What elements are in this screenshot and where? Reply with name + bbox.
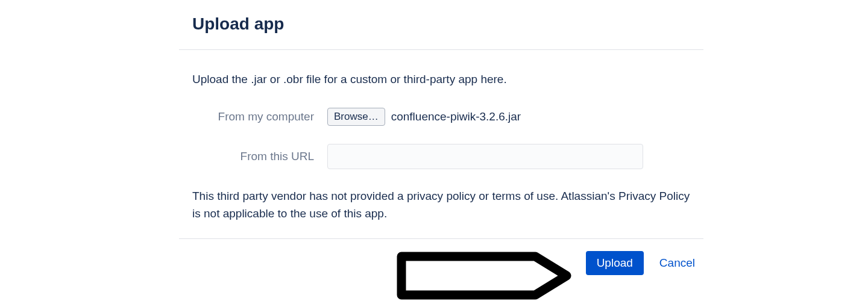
- dialog-title: Upload app: [179, 14, 703, 49]
- file-picker-group: Browse… confluence-piwik-3.2.6.jar: [327, 108, 521, 126]
- dialog-body: Upload the .jar or .obr file for a custo…: [179, 50, 703, 238]
- upload-button[interactable]: Upload: [586, 251, 644, 275]
- from-computer-label: From my computer: [192, 110, 327, 123]
- selected-filename: confluence-piwik-3.2.6.jar: [391, 110, 521, 123]
- from-url-row: From this URL: [192, 144, 690, 169]
- cancel-button[interactable]: Cancel: [657, 251, 697, 275]
- dialog-footer: Upload Cancel: [179, 239, 703, 275]
- from-computer-row: From my computer Browse… confluence-piwi…: [192, 108, 690, 126]
- browse-button[interactable]: Browse…: [327, 108, 385, 126]
- from-url-label: From this URL: [192, 150, 327, 163]
- privacy-note: This third party vendor has not provided…: [192, 187, 690, 223]
- url-input[interactable]: [327, 144, 643, 169]
- upload-app-dialog: Upload app Upload the .jar or .obr file …: [179, 14, 703, 275]
- upload-instruction: Upload the .jar or .obr file for a custo…: [192, 73, 690, 86]
